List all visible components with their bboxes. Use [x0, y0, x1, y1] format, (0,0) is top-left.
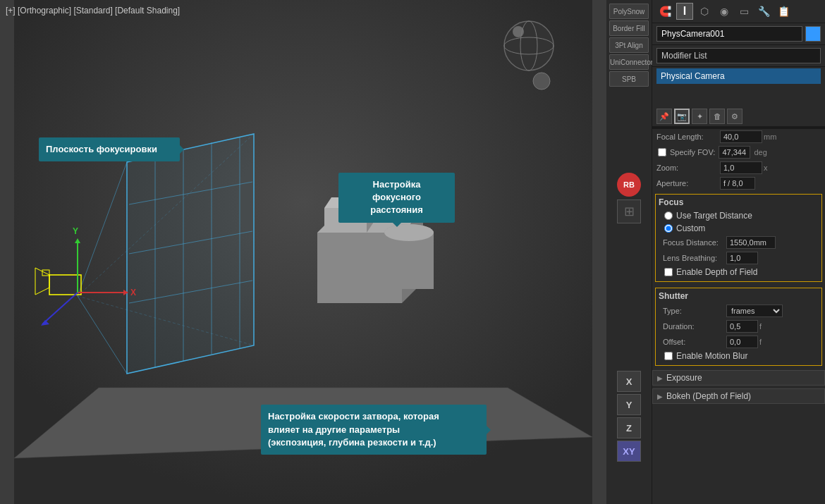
specify-fov-row: Specify FOV: deg — [652, 145, 825, 160]
enable-dof-row: Enable Depth of Field — [659, 266, 819, 278]
modifier-selected[interactable]: Physical Camera — [656, 68, 821, 84]
offset-field: Offset: f — [659, 334, 819, 350]
viewport-label: [+] [Orthographic] [Standard] [Default S… — [6, 6, 180, 16]
lens-breathing-label: Lens Breathing: — [663, 254, 726, 262]
icons-row: 📌 📷 ✦ 🗑 ⚙ — [652, 106, 825, 127]
pin-icon[interactable]: 📌 — [656, 109, 672, 124]
focus-title: Focus — [659, 197, 819, 207]
svg-point-34 — [504, 21, 554, 70]
type-select[interactable]: frames — [726, 305, 783, 317]
use-target-radio[interactable] — [664, 211, 673, 220]
shutter-title: Shutter — [659, 291, 819, 301]
plugin-polysnow[interactable]: PolySnow — [609, 4, 649, 19]
camera-name-input[interactable] — [656, 26, 802, 42]
svg-marker-11 — [127, 134, 254, 374]
motion-icon[interactable]: ◉ — [716, 3, 733, 20]
modifier-row: Modifier List — [652, 45, 825, 67]
display-icon[interactable]: ▭ — [735, 3, 752, 20]
annotation-shutter: Настройка скорости затвора, которая влия… — [261, 405, 487, 455]
plugin-uniconnector[interactable]: UniConnector — [609, 54, 649, 70]
focus-distance-field: Focus Distance: — [659, 235, 819, 250]
enable-dof-label: Enable Depth of Field — [676, 267, 757, 277]
focal-length-field: Focal Length: mm — [652, 129, 825, 145]
plugin-strip: PolySnow Border Fill 3Pt Align UniConnec… — [606, 0, 652, 504]
magnet-icon[interactable]: 🧲 — [656, 3, 673, 20]
z-axis-button[interactable]: Z — [617, 417, 641, 438]
settings-icon[interactable]: ⚙ — [727, 109, 742, 124]
properties-panel: 🧲 I ⬡ ◉ ▭ 🔧 📋 Modifier List Physical Cam… — [652, 0, 825, 504]
offset-unit: f — [759, 338, 762, 346]
svg-point-38 — [533, 73, 550, 90]
annotation-shutter-label: Настройка скорости затвора, которая влия… — [268, 411, 439, 447]
exposure-arrow: ▶ — [657, 374, 663, 382]
plugin-3ptalign[interactable]: 3Pt Align — [609, 37, 649, 53]
annotation-focus-plane: Плоскость фокусировки — [39, 137, 180, 161]
viewport[interactable]: [+] [Orthographic] [Standard] [Default S… — [0, 0, 606, 504]
aperture-input[interactable] — [720, 177, 755, 190]
annotation-focal-label: Настройка фокусного расстояния — [370, 179, 423, 215]
zoom-label: Zoom: — [656, 164, 720, 172]
x-axis-button[interactable]: X — [617, 371, 641, 392]
exposure-section[interactable]: ▶ Exposure — [652, 370, 825, 386]
offset-input[interactable] — [726, 336, 758, 348]
svg-text:Y: Y — [73, 226, 78, 236]
enable-dof-checkbox[interactable] — [664, 268, 673, 276]
custom-row: Custom — [659, 222, 819, 235]
duration-input[interactable] — [726, 320, 758, 333]
exposure-label: Exposure — [666, 373, 702, 383]
enable-blur-label: Enable Motion Blur — [676, 351, 747, 361]
use-target-row: Use Target Distance — [659, 209, 819, 222]
zoom-unit: x — [764, 164, 768, 172]
aperture-field: Aperture: — [652, 176, 825, 191]
color-swatch[interactable] — [805, 26, 821, 42]
rb-button[interactable]: RB — [617, 173, 641, 197]
focus-distance-input[interactable] — [726, 236, 776, 249]
toolbar-row: 🧲 I ⬡ ◉ ▭ 🔧 📋 — [652, 0, 825, 23]
plugin-spb[interactable]: SPB — [609, 71, 649, 87]
effects-icon[interactable]: ✦ — [692, 109, 707, 124]
utilities-icon[interactable]: 🔧 — [755, 3, 772, 20]
offset-label: Offset: — [663, 338, 726, 346]
bokeh-section[interactable]: ▶ Bokeh (Depth of Field) — [652, 388, 825, 404]
focal-length-unit: mm — [764, 133, 776, 141]
enable-blur-checkbox[interactable] — [664, 352, 673, 360]
duration-unit: f — [759, 322, 762, 331]
bokeh-arrow: ▶ — [657, 393, 663, 400]
lens-breathing-input[interactable] — [726, 252, 758, 264]
use-target-label: Use Target Distance — [676, 211, 752, 221]
zoom-input[interactable] — [720, 161, 762, 174]
annotation-focal-distance: Настройка фокусного расстояния — [338, 173, 455, 223]
svg-point-7 — [384, 224, 434, 241]
duration-label: Duration: — [663, 322, 726, 331]
viewport-header: [+] [Orthographic] [Standard] [Default S… — [6, 6, 180, 16]
bokeh-label: Bokeh (Depth of Field) — [666, 391, 751, 401]
modifier-dropdown[interactable]: Modifier List — [656, 48, 821, 63]
custom-label: Custom — [676, 223, 705, 233]
svg-text:X: X — [130, 288, 136, 297]
extra-icon[interactable]: 📋 — [775, 3, 792, 20]
focal-length-value-group: mm — [720, 130, 821, 143]
plugin-borderfill[interactable]: Border Fill — [609, 20, 649, 36]
focus-distance-label: Focus Distance: — [663, 238, 726, 247]
hierarchy-icon[interactable]: ⬡ — [696, 3, 713, 20]
specify-fov-input[interactable] — [719, 146, 750, 159]
y-axis-button[interactable]: Y — [617, 394, 641, 415]
xy-axis-button[interactable]: XY — [617, 441, 641, 462]
texture-icon[interactable]: ⊞ — [617, 199, 641, 223]
focal-length-input[interactable] — [720, 130, 762, 143]
type-field: Type: frames — [659, 303, 819, 319]
modify-icon[interactable]: I — [676, 3, 693, 20]
svg-point-37 — [513, 26, 524, 37]
shutter-section: Shutter Type: frames Duration: f Offset: — [655, 288, 822, 366]
specify-fov-checkbox[interactable] — [658, 148, 666, 156]
annotation-focus-label: Плоскость фокусировки — [46, 144, 157, 154]
specify-fov-unit: deg — [754, 148, 766, 156]
custom-radio[interactable] — [664, 224, 673, 233]
aperture-value-group — [720, 177, 821, 190]
lens-breathing-field: Lens Breathing: — [659, 250, 819, 266]
delete-icon[interactable]: 🗑 — [709, 109, 725, 124]
camera-icon[interactable]: 📷 — [674, 109, 690, 124]
focus-section: Focus Use Target Distance Custom Focus D… — [655, 194, 822, 282]
focal-length-label: Focal Length: — [656, 133, 720, 141]
duration-field: Duration: f — [659, 319, 819, 334]
